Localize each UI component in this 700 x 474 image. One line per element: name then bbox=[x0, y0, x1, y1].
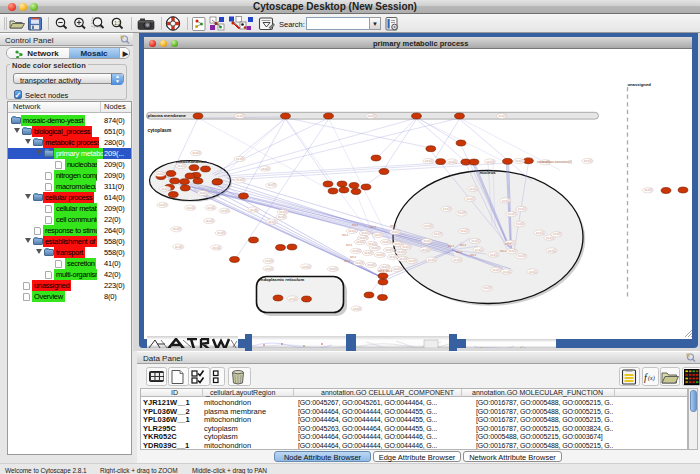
svg-text:xx-x(0): xx-x(0) bbox=[383, 240, 391, 244]
svg-text:xxx-x: xxx-x bbox=[505, 243, 512, 246]
svg-text:xxx-x: xxx-x bbox=[460, 244, 467, 247]
svg-text:xx-x(0): xx-x(0) bbox=[349, 229, 357, 233]
svg-text:xx-x(0): xx-x(0) bbox=[424, 239, 432, 243]
svg-text:xx-x(0): xx-x(0) bbox=[403, 245, 411, 249]
svg-text:xx-x(0): xx-x(0) bbox=[237, 178, 245, 182]
svg-text:xx-x(0): xx-x(0) bbox=[516, 159, 524, 163]
svg-text:xx-x(0): xx-x(0) bbox=[368, 114, 376, 118]
svg-text:xx-x(0): xx-x(0) bbox=[409, 259, 417, 263]
svg-text:xx-x(0): xx-x(0) bbox=[536, 231, 544, 235]
svg-text:xx-x(0): xx-x(0) bbox=[493, 268, 501, 272]
svg-text:xx-x(0): xx-x(0) bbox=[353, 249, 361, 253]
svg-text:xx-x(0): xx-x(0) bbox=[472, 239, 480, 243]
svg-text:xx-x(0): xx-x(0) bbox=[268, 220, 276, 224]
svg-text:xx-x(0): xx-x(0) bbox=[428, 258, 436, 262]
svg-text:xx-x(0): xx-x(0) bbox=[516, 222, 524, 226]
svg-text:xx-x(0): xx-x(0) bbox=[518, 254, 526, 258]
svg-text:xxx-x: xxx-x bbox=[456, 251, 463, 254]
svg-text:xx-x(0): xx-x(0) bbox=[461, 229, 469, 233]
svg-text:xx-x(0): xx-x(0) bbox=[162, 187, 170, 191]
svg-text:xx-x(0): xx-x(0) bbox=[386, 248, 394, 252]
svg-text:xx-x(0): xx-x(0) bbox=[265, 267, 273, 271]
svg-text:xx-x(0): xx-x(0) bbox=[372, 246, 380, 250]
svg-text:xx-x(0): xx-x(0) bbox=[425, 224, 433, 228]
svg-text:xx-x(0): xx-x(0) bbox=[392, 230, 400, 234]
svg-text:xx-x(0): xx-x(0) bbox=[330, 267, 338, 271]
svg-text:xx-x(0): xx-x(0) bbox=[262, 167, 270, 171]
svg-text:xx-x(0): xx-x(0) bbox=[237, 114, 245, 118]
svg-text:xx-x(0): xx-x(0) bbox=[508, 212, 516, 216]
svg-text:xx-x(0): xx-x(0) bbox=[390, 255, 398, 259]
svg-text:xx-x(0): xx-x(0) bbox=[553, 232, 561, 236]
svg-text:xx-x(0): xx-x(0) bbox=[221, 209, 229, 213]
svg-text:xxx-x: xxx-x bbox=[386, 270, 393, 273]
svg-text:xx-x(0): xx-x(0) bbox=[449, 160, 457, 164]
svg-text:(x): (x) bbox=[648, 375, 655, 382]
svg-text:xx-x(0): xx-x(0) bbox=[159, 203, 167, 207]
svg-text:xx-x(0): xx-x(0) bbox=[268, 183, 276, 187]
svg-text:xxx-x: xxx-x bbox=[500, 250, 507, 253]
svg-text:xxx-x: xxx-x bbox=[350, 256, 357, 259]
svg-text:xx-x(0): xx-x(0) bbox=[644, 188, 652, 192]
svg-text:xx-x(0): xx-x(0) bbox=[368, 263, 376, 267]
svg-text:xxx-x: xxx-x bbox=[390, 225, 397, 228]
svg-text:xx-x(0): xx-x(0) bbox=[375, 233, 383, 237]
svg-text:xx-x(0): xx-x(0) bbox=[398, 250, 406, 254]
svg-text:xxxxxxxxxxxx xxxxxxxxxx(0): xxxxxxxxxxxx xxxxxxxxxx(0) bbox=[537, 160, 572, 164]
svg-text:xx-x(0): xx-x(0) bbox=[443, 207, 451, 211]
svg-text:xx-x(0): xx-x(0) bbox=[157, 172, 165, 176]
svg-text:xx-x(0): xx-x(0) bbox=[548, 249, 556, 253]
svg-text:xx-x(0): xx-x(0) bbox=[422, 248, 430, 252]
svg-text:xx-x(0): xx-x(0) bbox=[503, 270, 511, 274]
svg-text:xx-x(0): xx-x(0) bbox=[236, 157, 244, 161]
svg-text:cytoplasm: cytoplasm bbox=[148, 128, 172, 133]
svg-text:xx-x(0): xx-x(0) bbox=[509, 249, 517, 253]
svg-text:xx-x(0): xx-x(0) bbox=[470, 187, 478, 191]
svg-text:xxx-x: xxx-x bbox=[378, 270, 385, 273]
svg-text:xx-x(0): xx-x(0) bbox=[178, 164, 186, 168]
svg-text:xx-x(0): xx-x(0) bbox=[584, 159, 592, 163]
svg-text:xx-x(0): xx-x(0) bbox=[289, 297, 297, 301]
svg-text:xx-x(0): xx-x(0) bbox=[394, 267, 402, 271]
svg-text:xx-x(0): xx-x(0) bbox=[529, 270, 537, 274]
svg-text:xx-x(0): xx-x(0) bbox=[206, 219, 214, 223]
svg-text:xx-x(0): xx-x(0) bbox=[175, 245, 183, 249]
svg-text:xx-x(0): xx-x(0) bbox=[217, 231, 225, 235]
svg-text:xxx-x: xxx-x bbox=[352, 224, 359, 227]
svg-text:xx-x(0): xx-x(0) bbox=[502, 199, 510, 203]
svg-text:xx-x(0): xx-x(0) bbox=[499, 114, 507, 118]
svg-text:xxx-x: xxx-x bbox=[342, 234, 349, 237]
svg-text:xxx-x: xxx-x bbox=[448, 245, 455, 248]
svg-text:xx-x(0): xx-x(0) bbox=[458, 211, 466, 215]
svg-text:xx-x(0): xx-x(0) bbox=[207, 206, 215, 210]
svg-text:xx-x(0): xx-x(0) bbox=[193, 151, 201, 155]
svg-text:xx-x(0): xx-x(0) bbox=[467, 197, 475, 201]
svg-text:xx-x(0): xx-x(0) bbox=[490, 253, 498, 257]
svg-text:xx-x(0): xx-x(0) bbox=[187, 206, 195, 210]
svg-text:xx-x(0): xx-x(0) bbox=[213, 246, 221, 250]
svg-text:xxx-x: xxx-x bbox=[344, 260, 351, 263]
svg-text:mitochondrion: mitochondrion bbox=[176, 159, 207, 164]
svg-text:endoplasmic reticulum: endoplasmic reticulum bbox=[259, 277, 305, 282]
svg-text:xx-x(0): xx-x(0) bbox=[362, 231, 370, 235]
svg-text:xx-x(0): xx-x(0) bbox=[173, 227, 181, 231]
svg-text:xx-x(0): xx-x(0) bbox=[454, 258, 462, 262]
svg-text:xx-x(0): xx-x(0) bbox=[303, 265, 311, 269]
svg-text:xx-x(0): xx-x(0) bbox=[484, 286, 492, 290]
svg-text:xx-x(0): xx-x(0) bbox=[518, 207, 526, 211]
svg-text:xx-x(0): xx-x(0) bbox=[434, 232, 442, 236]
svg-text:xx-x(0): xx-x(0) bbox=[425, 159, 433, 163]
svg-text:xx-x(0): xx-x(0) bbox=[382, 265, 390, 269]
svg-text:xx-x(0): xx-x(0) bbox=[278, 215, 286, 219]
svg-text:xx-x(0): xx-x(0) bbox=[356, 261, 364, 265]
svg-text:1:1: 1:1 bbox=[114, 21, 121, 26]
svg-text:xx-x(0): xx-x(0) bbox=[487, 160, 495, 164]
svg-text:xxx-x: xxx-x bbox=[470, 254, 477, 257]
svg-text:xx-x(0): xx-x(0) bbox=[250, 208, 258, 212]
svg-text:nucleus: nucleus bbox=[480, 170, 497, 175]
svg-text:xx-x(0): xx-x(0) bbox=[279, 210, 287, 214]
svg-text:unassigned: unassigned bbox=[628, 82, 652, 87]
svg-text:xx-x(0): xx-x(0) bbox=[377, 253, 385, 257]
svg-text:xxx-x: xxx-x bbox=[370, 226, 377, 229]
svg-text:plasma membrane: plasma membrane bbox=[148, 113, 187, 118]
